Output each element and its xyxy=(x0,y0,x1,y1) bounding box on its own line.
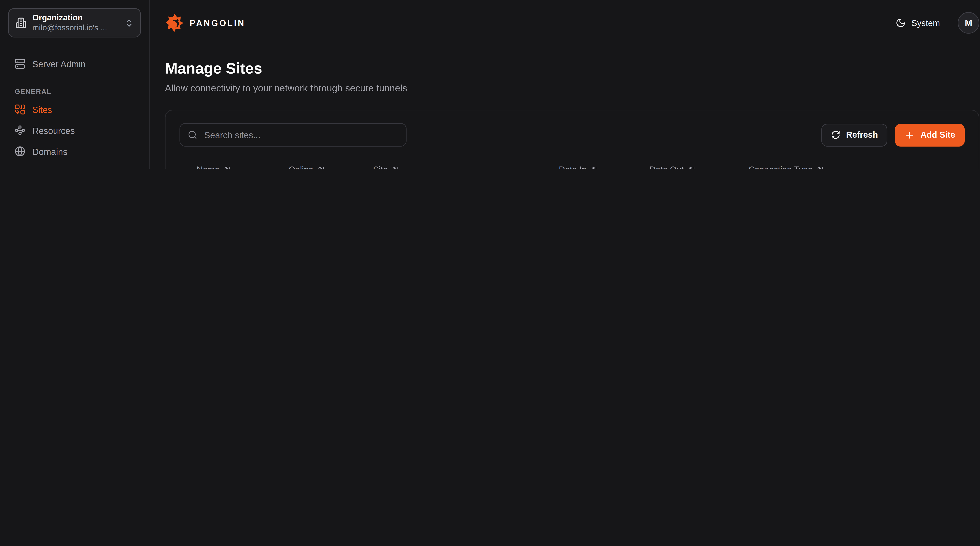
org-selector[interactable]: Organization milo@fossorial.io's ... xyxy=(8,8,141,37)
server-icon xyxy=(14,58,25,69)
sidebar-item-label: Sites xyxy=(32,104,52,115)
sidebar-item-label: Domains xyxy=(32,146,67,156)
page-subtitle: Allow connectivity to your network throu… xyxy=(165,83,979,93)
brand: PANGOLIN xyxy=(165,13,245,32)
sidebar-item-resources[interactable]: Resources xyxy=(8,120,141,141)
sites-table: Name Online Site Data In Data Out Connec… xyxy=(180,158,965,169)
brand-name: PANGOLIN xyxy=(190,18,245,28)
org-value: milo@fossorial.io's ... xyxy=(32,23,119,34)
search-box xyxy=(180,123,407,147)
refresh-icon xyxy=(831,130,840,140)
main-content: PANGOLIN System M Manage Sites Allow con… xyxy=(150,0,980,169)
section-heading-general: GENERAL xyxy=(8,83,141,99)
top-bar: PANGOLIN System M xyxy=(165,0,979,46)
moon-icon xyxy=(896,18,906,28)
sidebar-item-domains[interactable]: Domains xyxy=(8,141,141,162)
avatar[interactable]: M xyxy=(958,12,979,34)
app-root: Organization milo@fossorial.io's ... Ser… xyxy=(0,0,980,169)
combine-icon xyxy=(14,104,25,115)
page-title: Manage Sites xyxy=(165,60,979,77)
search-icon xyxy=(188,130,197,140)
sort-icon xyxy=(392,166,401,169)
sidebar-item-label: Resources xyxy=(32,125,75,136)
sidebar-item-sites[interactable]: Sites xyxy=(8,99,141,120)
column-header-connection-type[interactable]: Connection Type xyxy=(739,165,891,169)
org-label: Organization xyxy=(32,12,119,23)
sort-icon xyxy=(817,166,825,169)
sidebar-item-label: Server Admin xyxy=(32,59,86,69)
column-header-site[interactable]: Site xyxy=(363,165,549,169)
toolbar: Refresh Add Site xyxy=(180,123,965,147)
theme-toggle-button[interactable]: System xyxy=(892,17,944,29)
sidebar: Organization milo@fossorial.io's ... Ser… xyxy=(0,0,150,169)
globe-icon xyxy=(14,146,25,157)
column-header-name[interactable]: Name xyxy=(187,165,279,169)
pangolin-logo-icon xyxy=(165,13,184,32)
table-header-row: Name Online Site Data In Data Out Connec… xyxy=(180,158,965,169)
sort-icon xyxy=(224,166,232,169)
column-header-data-out[interactable]: Data Out xyxy=(640,165,739,169)
column-header-data-in[interactable]: Data In xyxy=(549,165,640,169)
sidebar-nav: Server Admin GENERAL Sites Resources Dom xyxy=(0,46,149,169)
sidebar-item-server-admin[interactable]: Server Admin xyxy=(8,53,141,74)
search-input[interactable] xyxy=(203,129,398,140)
add-site-button[interactable]: Add Site xyxy=(895,123,965,146)
plus-icon xyxy=(905,130,915,140)
building-icon xyxy=(15,17,27,29)
sort-icon xyxy=(318,166,326,169)
sort-icon xyxy=(591,166,599,169)
sites-card: Refresh Add Site Name Online Site Data I… xyxy=(165,110,979,169)
column-header-online[interactable]: Online xyxy=(279,165,363,169)
waypoints-icon xyxy=(14,125,25,136)
theme-label: System xyxy=(912,18,940,28)
sort-icon xyxy=(688,166,697,169)
refresh-button[interactable]: Refresh xyxy=(821,123,887,146)
chevrons-up-down-icon xyxy=(124,18,134,28)
